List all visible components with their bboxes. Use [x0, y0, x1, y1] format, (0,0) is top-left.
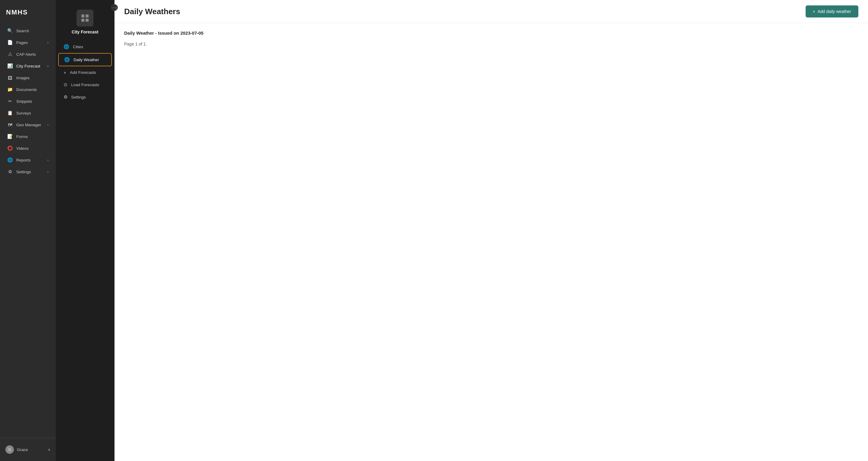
sidebar-item-label: Pages — [16, 40, 28, 45]
grid-icon — [80, 13, 90, 23]
sidebar-item-cap-alerts[interactable]: ⚠ CAP Alerts — [2, 49, 54, 60]
primary-sidebar: NMHS 🔍 Search 📄 Pages › ⚠ CAP Alerts 📊 C… — [0, 0, 56, 461]
search-icon: 🔍 — [7, 28, 13, 33]
secondary-item-add-forecasts[interactable]: + Add Forecasts — [58, 67, 112, 78]
sidebar-item-settings[interactable]: ⚙ Settings › — [2, 166, 54, 178]
sidebar-item-city-forecast[interactable]: 📊 City Forecast › — [2, 60, 54, 72]
sidebar-item-images[interactable]: 🖼 Images — [2, 72, 54, 84]
sidebar-item-label: CAP Alerts — [16, 52, 36, 57]
reports-icon: 🌐 — [7, 157, 13, 163]
videos-icon: ⭕ — [7, 146, 13, 151]
sidebar-item-label: Geo Manager — [16, 123, 41, 127]
svg-rect-0 — [82, 14, 84, 18]
sidebar-item-label: Reports — [16, 158, 30, 162]
sidebar-item-geo-manager[interactable]: 🗺 Geo Manager › — [2, 119, 54, 130]
user-menu[interactable]: G Grace ∧ — [0, 442, 56, 457]
secondary-item-label: Daily Weather — [73, 58, 99, 62]
svg-rect-1 — [86, 14, 89, 18]
add-btn-plus-icon: + — [813, 9, 815, 14]
main-header: Daily Weathers + Add daily weather — [115, 0, 868, 23]
geo-manager-icon: 🗺 — [7, 122, 13, 127]
cap-alerts-icon: ⚠ — [7, 52, 13, 57]
sidebar-item-forms[interactable]: 📝 Forms — [2, 131, 54, 142]
images-icon: 🖼 — [7, 75, 13, 81]
sidebar-footer: G Grace ∧ — [0, 438, 56, 461]
load-forecasts-icon: ⊙ — [64, 82, 67, 87]
secondary-nav: 🌐 Cities 🌐 Daily Weather + Add Forecasts… — [56, 40, 114, 103]
module-icon — [76, 10, 93, 27]
sidebar-item-reports[interactable]: 🌐 Reports › — [2, 154, 54, 166]
module-title: City Forecast — [72, 30, 98, 34]
secondary-sidebar: ←| City Forecast 🌐 Cities 🌐 Daily Weathe… — [56, 0, 115, 461]
sidebar-item-label: Images — [16, 75, 30, 80]
add-forecasts-icon: + — [64, 70, 66, 75]
settings-icon: ⚙ — [7, 169, 13, 175]
svg-rect-2 — [82, 19, 84, 22]
secondary-item-label: Settings — [71, 95, 86, 99]
user-name: Grace — [17, 448, 28, 452]
sidebar-item-videos[interactable]: ⭕ Videos — [2, 143, 54, 154]
primary-nav: 🔍 Search 📄 Pages › ⚠ CAP Alerts 📊 City F… — [0, 22, 56, 438]
pagination: Page 1 of 1. — [124, 41, 858, 47]
sidebar-item-documents[interactable]: 📁 Documents — [2, 84, 54, 95]
main-content: Daily Weathers + Add daily weather Daily… — [115, 0, 868, 461]
sidebar-item-label: Documents — [16, 87, 37, 92]
secondary-item-label: Add Forecasts — [70, 70, 96, 75]
add-daily-weather-button[interactable]: + Add daily weather — [806, 5, 858, 18]
sidebar-item-label: Settings — [16, 170, 31, 174]
sidebar-logo: NMHS — [0, 0, 56, 22]
forms-icon: 📝 — [7, 134, 13, 139]
secondary-item-label: Cities — [73, 44, 83, 49]
snippets-icon: ✂ — [7, 98, 13, 104]
cities-icon: 🌐 — [64, 44, 69, 50]
city-forecast-icon: 📊 — [7, 63, 13, 69]
surveys-icon: 📋 — [7, 110, 13, 116]
chevron-icon: › — [47, 158, 49, 162]
collapse-button[interactable]: ←| — [111, 4, 118, 11]
sidebar-item-label: Snippets — [16, 99, 32, 104]
module-header: City Forecast — [56, 5, 114, 40]
add-btn-label: Add daily weather — [818, 9, 851, 14]
chevron-icon: › — [47, 41, 49, 44]
sidebar-item-pages[interactable]: 📄 Pages › — [2, 37, 54, 48]
main-body: Daily Weather - Issued on 2023-07-05 Pag… — [115, 23, 868, 461]
chevron-icon: › — [47, 170, 49, 174]
pages-icon: 📄 — [7, 40, 13, 45]
secondary-item-label: Load Forecasts — [71, 83, 99, 87]
sidebar-item-search[interactable]: 🔍 Search — [2, 25, 54, 36]
daily-weather-icon: 🌐 — [64, 57, 70, 62]
app-logo: NMHS — [6, 8, 28, 16]
chevron-icon: › — [47, 64, 49, 68]
documents-icon: 📁 — [7, 87, 13, 92]
user-chevron: ∧ — [48, 448, 50, 452]
sidebar-item-label: Surveys — [16, 111, 31, 115]
page-title: Daily Weathers — [124, 7, 180, 16]
avatar: G — [5, 445, 14, 454]
sidebar-item-label: Videos — [16, 146, 29, 151]
settings-icon: ⚙ — [64, 94, 67, 100]
sidebar-item-snippets[interactable]: ✂ Snippets — [2, 95, 54, 107]
secondary-item-load-forecasts[interactable]: ⊙ Load Forecasts — [58, 79, 112, 91]
chevron-icon: › — [47, 123, 49, 127]
secondary-item-cities[interactable]: 🌐 Cities — [58, 41, 112, 53]
sidebar-item-label: Search — [16, 29, 29, 33]
svg-rect-3 — [86, 19, 89, 22]
sidebar-item-surveys[interactable]: 📋 Surveys — [2, 107, 54, 119]
issued-label: Daily Weather - Issued on 2023-07-05 — [124, 30, 858, 36]
secondary-item-settings[interactable]: ⚙ Settings — [58, 91, 112, 103]
sidebar-item-label: Forms — [16, 134, 28, 139]
sidebar-item-label: City Forecast — [16, 64, 40, 68]
secondary-item-daily-weather[interactable]: 🌐 Daily Weather — [58, 53, 112, 66]
